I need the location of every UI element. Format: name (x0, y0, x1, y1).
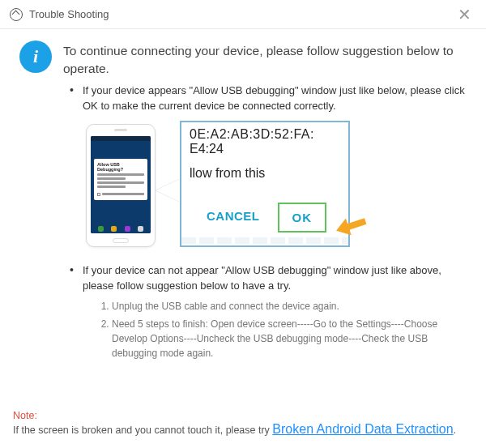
note-tail: . (454, 425, 456, 436)
mac-line-2: E4:24 (190, 142, 340, 156)
callout-connector (156, 179, 180, 202)
footer-note: Note: If the screen is broken and you ca… (13, 407, 473, 437)
bullet-2-text: If your device can not appear "Allow USB… (83, 263, 467, 294)
app-refresh-icon (10, 8, 23, 21)
body-section: If your device appears "Allow USB debugg… (19, 83, 467, 360)
zoom-panel: 0E:A2:AB:3D:52:FA: E4:24 llow from this … (180, 121, 350, 247)
illustration: Allow USB Debugging? (83, 121, 467, 250)
step-1: Unplug the USB cable and connect the dev… (112, 299, 467, 314)
step-2: Need 5 steps to finish: Open device scre… (112, 317, 467, 361)
phone-mockup: Allow USB Debugging? (86, 124, 156, 247)
ok-button[interactable]: OK (278, 203, 327, 233)
mac-line-1: 0E:A2:AB:3D:52:FA: (190, 127, 340, 142)
heading-text: To continue connecting your device, plea… (63, 41, 467, 77)
header-row: i To continue connecting your device, pl… (19, 41, 467, 77)
content-area: i To continue connecting your device, pl… (0, 29, 486, 361)
bullet-item-2: If your device can not appear "Allow USB… (65, 263, 467, 361)
steps-list: Unplug the USB cable and connect the dev… (83, 299, 467, 361)
phone-dialog: Allow USB Debugging? (94, 159, 147, 200)
info-icon: i (19, 41, 52, 73)
phone-dialog-title: Allow USB Debugging? (97, 162, 144, 172)
bullet-1-text: If your device appears "Allow USB debugg… (83, 83, 467, 114)
note-text: If the screen is broken and you cannot t… (13, 425, 272, 436)
cancel-button[interactable]: CANCEL (203, 203, 263, 233)
titlebar: Trouble Shooting ✕ (0, 0, 486, 29)
window-title: Trouble Shooting (29, 8, 453, 20)
bullet-item-1: If your device appears "Allow USB debugg… (65, 83, 467, 250)
allow-text: llow from this (190, 166, 340, 181)
note-label: Note: (13, 410, 37, 421)
note-link[interactable]: Broken Android Data Extraction (272, 422, 453, 436)
close-icon[interactable]: ✕ (453, 6, 476, 23)
